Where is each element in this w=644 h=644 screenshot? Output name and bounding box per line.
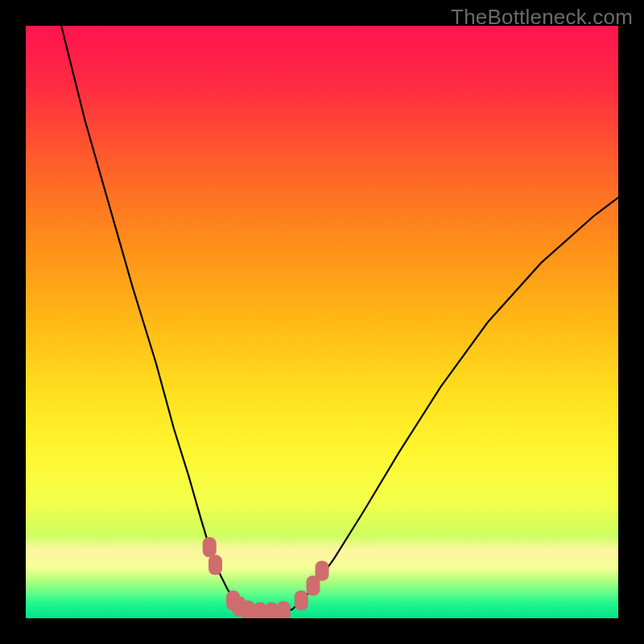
curve-marker	[295, 591, 308, 610]
curve-marker	[265, 603, 278, 618]
curve-marker	[209, 555, 222, 575]
curve-marker	[316, 561, 328, 580]
curve-marker	[242, 601, 254, 618]
plot-area	[26, 26, 618, 618]
curve-marker	[203, 538, 216, 557]
gradient-background	[26, 26, 618, 618]
chart-svg	[26, 26, 618, 618]
curve-marker	[277, 601, 290, 618]
curve-marker	[254, 603, 266, 618]
chart-frame: TheBottleneck.com	[0, 0, 644, 644]
